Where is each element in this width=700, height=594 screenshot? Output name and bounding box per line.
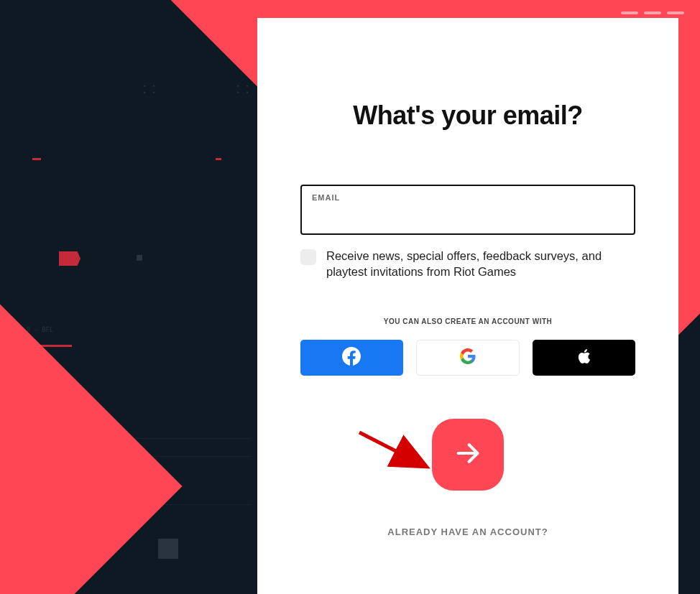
deco-square xyxy=(137,255,142,261)
arrow-right-icon xyxy=(453,439,482,470)
apple-signup-button[interactable] xyxy=(533,340,635,376)
facebook-icon xyxy=(342,347,361,368)
email-label: EMAIL xyxy=(312,193,624,202)
google-signup-button[interactable] xyxy=(416,340,520,376)
progress-indicator xyxy=(621,11,684,14)
deco-tag-icon xyxy=(59,251,80,266)
deco-square xyxy=(158,539,178,559)
email-input-group[interactable]: EMAIL xyxy=(300,185,635,235)
newsletter-checkbox[interactable] xyxy=(300,249,316,265)
progress-segment xyxy=(667,11,684,14)
deco-dots-icon: ▪ ▪▪ ▪ xyxy=(144,83,158,96)
next-button[interactable] xyxy=(432,419,504,491)
social-heading: YOU CAN ALSO CREATE AN ACCOUNT WITH xyxy=(300,317,635,325)
social-buttons-row xyxy=(300,340,635,376)
signup-card: What's your email? EMAIL Receive news, s… xyxy=(257,18,678,594)
google-icon xyxy=(459,348,476,367)
facebook-signup-button[interactable] xyxy=(300,340,403,376)
page-title: What's your email? xyxy=(300,101,635,131)
apple-icon xyxy=(576,347,593,368)
email-field[interactable] xyxy=(312,205,624,218)
deco-dots-icon: ▪ ▪▪ ▪ xyxy=(237,83,252,96)
newsletter-checkbox-row: Receive news, special offers, feedback s… xyxy=(300,248,635,280)
deco-line xyxy=(32,158,41,160)
newsletter-label: Receive news, special offers, feedback s… xyxy=(326,248,635,280)
progress-segment xyxy=(644,11,661,14)
already-have-account-link[interactable]: ALREADY HAVE AN ACCOUNT? xyxy=(300,526,635,537)
progress-segment xyxy=(621,11,638,14)
deco-line xyxy=(216,158,221,160)
